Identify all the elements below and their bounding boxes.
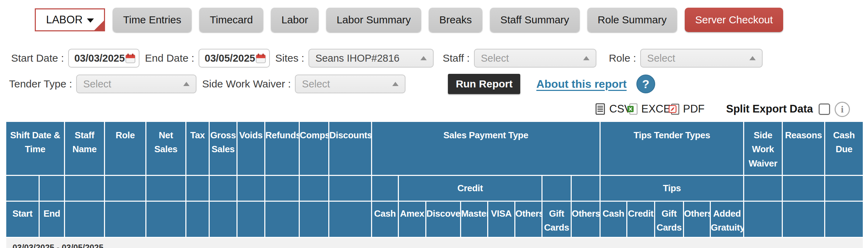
header-cell-gross-sales: Gross Sales [209,122,237,176]
sites-selected-value: Seans IHOP#2816 [315,53,416,64]
header-cell-empty [209,201,237,238]
header-cell-empty [146,201,186,238]
table-header: Shift Date & TimeStaff NameRoleNet Sales… [6,122,863,238]
start-date-input[interactable]: 03/03/2025 [68,49,139,68]
header-cell-others: Others [515,201,542,238]
header-cell-empty [299,201,329,238]
split-export-label: Split Export Data [726,103,813,115]
file-pdf-icon [668,103,680,115]
server-checkout-report-page: { "nav": { "category_dropdown_label": "L… [0,0,868,248]
end-date-input[interactable]: 03/05/2025 [199,49,270,68]
run-report-button[interactable]: Run Report [448,74,520,94]
tab-staff-summary[interactable]: Staff Summary [490,8,580,32]
tab-time-entries[interactable]: Time Entries [113,8,192,32]
export-pdf-button[interactable]: PDF [668,99,705,119]
header-cell-empty [209,176,237,201]
chevron-up-icon [749,56,756,60]
tab-labor[interactable]: Labor [271,8,319,32]
header-cell-empty [825,176,863,201]
header-cell-empty [744,201,782,238]
tab-timecard[interactable]: Timecard [199,8,263,32]
side-work-waiver-label: Side Work Waiver : [202,78,291,90]
header-cell-empty [146,176,186,201]
header-cell-shift-date-time: Shift Date & Time [6,122,65,176]
header-cell-credit: Credit [627,201,655,238]
header-row-2: CreditTips [6,176,863,201]
file-document-icon [594,103,606,115]
sites-select[interactable]: Seans IHOP#2816 [308,49,434,68]
header-cell-net-sales: Net Sales [146,122,186,176]
header-cell-empty [186,201,209,238]
header-cell-start: Start [6,201,39,238]
role-placeholder: Select [647,53,745,64]
role-select[interactable]: Select [640,49,763,68]
table-row: 03/03/2025 - 03/05/2025 [6,238,863,248]
header-cell-visa: VISA [488,201,515,238]
report-tabs-bar: LABOR Time EntriesTimecardLaborLabor Sum… [35,8,783,32]
header-cell-others: Others [684,201,710,238]
header-cell-added-gratuity: Added Gratuity [710,201,744,238]
header-cell-role: Role [105,122,146,176]
header-cell-tips: Tips [600,176,744,201]
split-export-group: Split Export Data [726,99,830,119]
header-cell-cash: Cash [372,201,399,238]
header-cell-empty [542,176,571,201]
report-category-dropdown[interactable]: LABOR [35,8,105,31]
filter-row-secondary: Tender Type : Select Side Work Waiver : … [5,74,655,94]
header-cell-empty [372,176,399,201]
staff-select[interactable]: Select [474,49,596,68]
header-row-3: StartEndCashAmexDiscoverMasterVISAOthers… [6,201,863,238]
side-work-waiver-select[interactable]: Select [295,75,405,93]
staff-placeholder: Select [481,53,578,64]
side-work-waiver-placeholder: Select [302,78,387,90]
info-circle-icon[interactable]: i [835,102,850,117]
header-cell-empty [265,176,299,201]
header-cell-others: Others [571,201,600,238]
header-cell-cash-due: Cash Due [825,122,863,176]
header-row-1: Shift Date & TimeStaff NameRoleNet Sales… [6,122,863,176]
start-date-label: Start Date : [11,52,64,64]
header-cell-discounts: Discounts [329,122,372,176]
header-cell-voids: Voids [237,122,265,176]
header-cell-empty [105,201,146,238]
staff-label: Staff : [443,52,470,64]
chevron-up-icon [583,56,589,60]
split-export-checkbox[interactable] [819,103,830,115]
end-date-value: 03/05/2025 [205,53,255,64]
export-pdf-label: PDF [683,103,705,115]
header-cell-cash: Cash [600,201,627,238]
tab-labor-summary[interactable]: Labor Summary [326,8,421,32]
tender-type-select[interactable]: Select [76,75,196,93]
end-date-label: End Date : [145,52,194,64]
chevron-up-icon [392,82,399,86]
header-cell-empty [65,176,105,201]
header-cell-empty [6,176,39,201]
question-circle-icon[interactable]: ? [636,75,655,93]
role-label: Role : [609,52,636,64]
about-report-link[interactable]: About this report [536,78,627,91]
header-cell-tax: Tax [186,122,209,176]
report-table: Shift Date & TimeStaff NameRoleNet Sales… [5,121,864,248]
header-cell-comps: Comps [299,122,329,176]
chevron-up-icon [420,56,427,60]
tab-server-checkout[interactable]: Server Checkout [685,8,783,32]
header-cell-empty [186,176,209,201]
first-data-row-partial: 03/03/2025 - 03/05/2025 [6,238,863,248]
tab-breaks[interactable]: Breaks [429,8,482,32]
header-cell-empty [105,176,146,201]
header-cell-empty [237,176,265,201]
header-cell-staff-name: Staff Name [65,122,105,176]
chevron-up-icon [183,82,190,86]
header-cell-empty [744,176,782,201]
header-cell-reasons: Reasons [782,122,825,176]
header-cell-amex: Amex [399,201,426,238]
header-cell-empty [825,201,863,238]
header-cell-empty [299,176,329,201]
header-cell-master: Master [461,201,488,238]
filter-row-primary: Start Date : 03/03/2025 End Date : 03/05… [7,49,763,68]
table-body: 03/03/2025 - 03/05/2025 [6,238,863,248]
header-cell-refunds: Refunds [265,122,299,176]
tab-role-summary[interactable]: Role Summary [587,8,677,32]
folded-corner-decoration [94,20,104,31]
header-cell-empty [329,176,372,201]
